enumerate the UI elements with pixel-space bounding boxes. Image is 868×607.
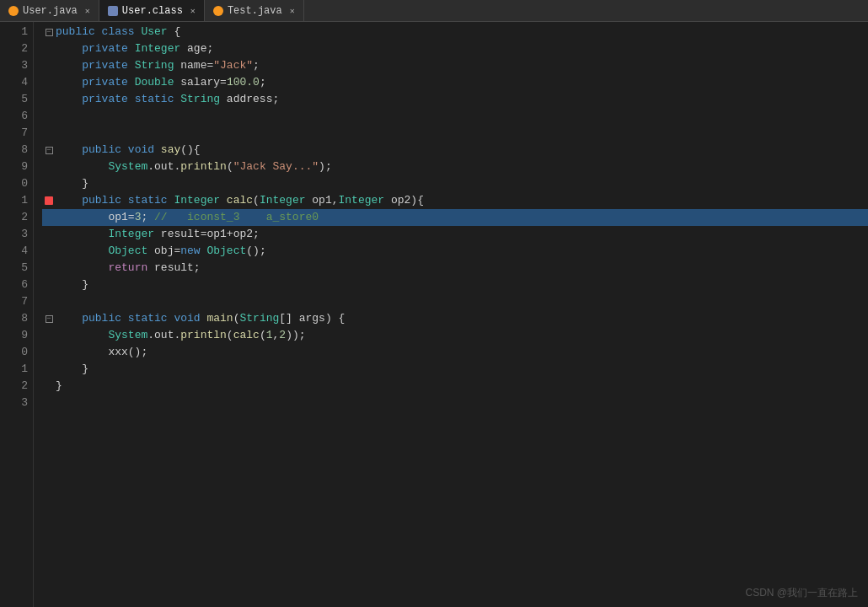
code-line-3: private String name="Jack"; [42,57,868,74]
code-line-19: System.out.println(calc(1,2)); [42,327,868,344]
code-area[interactable]: − public class User { private Integer ag… [34,22,868,607]
fold-gutter-18[interactable]: − [42,315,56,323]
code-line-13: Integer result=op1+op2; [42,226,868,243]
error-marker [45,196,53,205]
code-line-17 [42,293,868,310]
tab-bar: User.java ✕ User.class ✕ Test.java ✕ [0,0,868,22]
editor: 1 2 3 4 5 6 7 8 9 0 1 2 3 4 5 6 7 8 9 0 … [0,22,868,607]
code-line-14: Object obj=new Object(); [42,243,868,260]
code-line-6 [42,108,868,125]
code-line-1: − public class User { [42,24,868,40]
java-icon [8,6,19,16]
fold-minus-18[interactable]: − [46,315,53,323]
line-numbers: 1 2 3 4 5 6 7 8 9 0 1 2 3 4 5 6 7 8 9 0 … [0,22,34,607]
tab-label: User.class [122,5,183,17]
code-line-5: private static String address; [42,91,868,108]
fold-minus-1[interactable]: − [46,29,53,36]
fold-gutter-8[interactable]: − [42,147,56,154]
code-line-20: xxx(); [42,344,868,361]
code-line-22: } [42,378,868,395]
tab-close-icon[interactable]: ✕ [85,6,90,16]
code-line-23 [42,395,868,411]
code-line-21: } [42,361,868,378]
tab-test-java[interactable]: Test.java ✕ [205,0,304,21]
tab-label: Test.java [228,5,282,17]
code-line-8: − public void say(){ [42,142,868,158]
code-line-12: op1=3; // iconst_3 a_store0 [42,209,868,226]
code-line-2: private Integer age; [42,40,868,57]
class-icon [108,6,118,16]
fold-gutter-11[interactable] [42,196,56,205]
code-line-10: } [42,175,868,192]
code-line-11: public static Integer calc(Integer op1,I… [42,192,868,209]
code-line-18: − public static void main(String[] args)… [42,310,868,327]
code-line-4: private Double salary=100.0; [42,74,868,91]
tab-close-icon[interactable]: ✕ [190,6,196,16]
tab-user-java[interactable]: User.java ✕ [0,0,99,21]
java-icon2 [213,6,223,16]
tab-user-class[interactable]: User.class ✕ [99,0,205,21]
tab-label: User.java [23,5,78,17]
code-line-7 [42,125,868,142]
code-line-16: } [42,277,868,293]
tab-close-icon[interactable]: ✕ [290,6,295,16]
fold-minus-8[interactable]: − [46,147,53,154]
code-line-15: return result; [42,260,868,277]
code-line-9: System.out.println("Jack Say..."); [42,158,868,175]
watermark: CSDN @我们一直在路上 [745,586,858,600]
fold-gutter-1[interactable]: − [42,29,56,36]
